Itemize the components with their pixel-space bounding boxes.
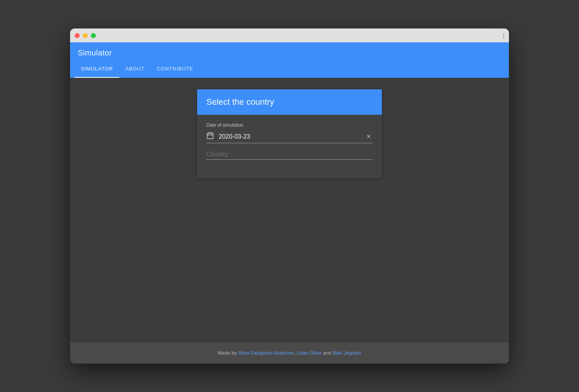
calendar-icon bbox=[206, 132, 214, 141]
author-3-link[interactable]: Bilel Jegham bbox=[333, 350, 361, 356]
app-title-bar: Simulator bbox=[70, 42, 509, 60]
close-button[interactable] bbox=[75, 33, 80, 38]
browser-window: Simulator SIMULATOR ABOUT CONTRIBUTE Sel… bbox=[70, 28, 509, 364]
card-header: Select the country bbox=[197, 89, 382, 115]
minimize-button[interactable] bbox=[83, 33, 88, 38]
window-controls bbox=[75, 33, 96, 38]
card-title: Select the country bbox=[206, 97, 373, 107]
main-content: Select the country Date of simulation bbox=[70, 78, 509, 342]
title-bar bbox=[70, 28, 509, 42]
clear-date-button[interactable]: ✕ bbox=[365, 133, 373, 140]
nav-bar: SIMULATOR ABOUT CONTRIBUTE bbox=[70, 60, 509, 78]
author-2-link[interactable]: Lilian Gilier bbox=[297, 350, 321, 356]
footer-text: Made by Rémi Delaporte-Mathurin, Lilian … bbox=[218, 350, 361, 356]
maximize-button[interactable] bbox=[91, 33, 96, 38]
date-input-wrapper: ✕ bbox=[206, 132, 373, 143]
app-header: Simulator SIMULATOR ABOUT CONTRIBUTE bbox=[70, 42, 509, 78]
date-form-group: Date of simulation ✕ bbox=[206, 122, 373, 143]
nav-contribute[interactable]: CONTRIBUTE bbox=[151, 60, 199, 78]
svg-rect-0 bbox=[208, 133, 213, 139]
author-1-link[interactable]: Rémi Delaporte-Mathurin bbox=[238, 350, 294, 356]
footer: Made by Rémi Delaporte-Mathurin, Lilian … bbox=[70, 342, 509, 364]
country-input[interactable] bbox=[206, 151, 373, 158]
nav-simulator[interactable]: SIMULATOR bbox=[75, 60, 119, 78]
app-title: Simulator bbox=[78, 49, 501, 57]
select-country-card: Select the country Date of simulation bbox=[197, 89, 382, 178]
country-form-group bbox=[206, 151, 373, 160]
menu-dots[interactable] bbox=[503, 33, 504, 38]
nav-about[interactable]: ABOUT bbox=[119, 60, 151, 78]
card-body: Date of simulation ✕ bbox=[197, 115, 382, 178]
date-input[interactable] bbox=[219, 133, 365, 140]
date-label: Date of simulation bbox=[206, 122, 373, 128]
country-input-wrapper bbox=[206, 151, 373, 160]
